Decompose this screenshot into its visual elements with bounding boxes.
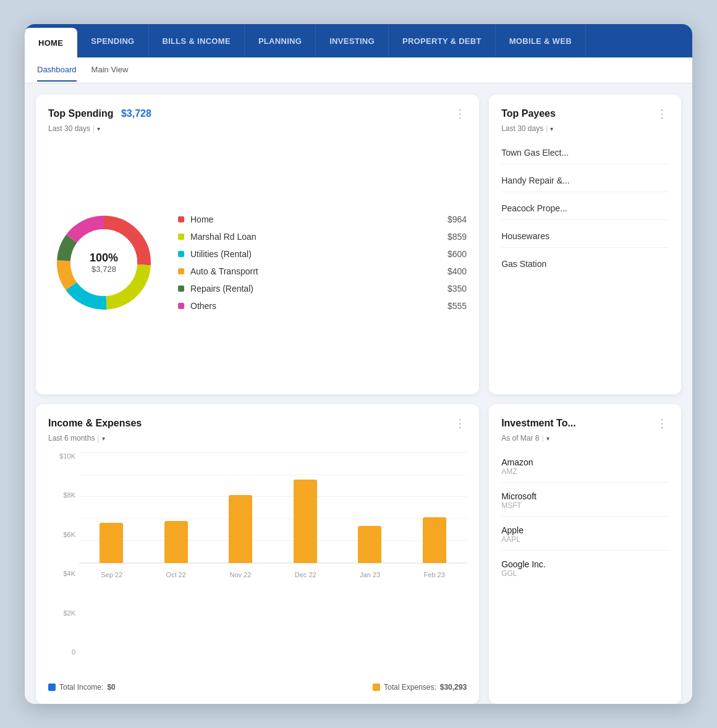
bar-feb23 <box>402 517 467 563</box>
nav-bills-income[interactable]: BILLS & INCOME <box>149 24 245 57</box>
top-spending-header: Top Spending $3,728 ⋮ <box>48 107 467 121</box>
income-subtitle: Last 6 months | ▾ <box>48 434 467 442</box>
bar-dec22 <box>273 480 338 563</box>
investment-list: Amazon AMZ Microsoft MSFT Apple AAPL Goo… <box>501 457 669 584</box>
x-label-dec22: Dec 22 <box>295 571 316 578</box>
x-label-oct22: Oct 22 <box>166 571 186 578</box>
sub-nav: Dashboard Main View <box>25 57 692 83</box>
donut-center: 100% $3,728 <box>90 252 118 274</box>
spending-body: 100% $3,728 Home $964 <box>48 143 467 382</box>
spending-period-dropdown[interactable]: ▾ <box>97 125 100 132</box>
x-label-sep22: Sep 22 <box>101 571 122 578</box>
investment-header: Investment To... ⋮ <box>501 417 669 430</box>
row-2: Income & Expenses ⋮ Last 6 months | ▾ $1… <box>36 404 681 704</box>
investment-google: Google Inc. GGL <box>501 559 669 584</box>
top-spending-card: Top Spending $3,728 ⋮ Last 30 days | ▾ <box>36 95 479 394</box>
donut-chart: 100% $3,728 <box>48 207 159 318</box>
legend-dot-repairs <box>178 286 184 292</box>
payee-item-4: Gas Station <box>501 259 669 275</box>
bar-dec22-bar <box>294 480 317 563</box>
top-payees-menu[interactable]: ⋮ <box>656 107 669 121</box>
donut-amount: $3,728 <box>90 265 118 274</box>
nav-property-debt[interactable]: PROPERTY & DEBT <box>389 24 496 57</box>
legend-item-3: Auto & Transporrt $400 <box>178 266 467 276</box>
nav-mobile-web[interactable]: MOBILE & WEB <box>496 24 586 57</box>
footer-income: Total Income: $0 <box>48 683 116 692</box>
subnav-dashboard[interactable]: Dashboard <box>37 59 77 82</box>
top-payees-card: Top Payees ⋮ Last 30 days | ▾ Town Gas E… <box>489 95 681 394</box>
investment-card: Investment To... ⋮ As of Mar 8 | ▾ Amazo… <box>489 404 681 704</box>
y-labels: $10K $8K $6K $4K $2K 0 <box>48 452 75 656</box>
income-swatch <box>48 684 56 691</box>
legend-dot-home <box>178 216 184 222</box>
investment-subtitle: As of Mar 8 | ▾ <box>501 434 669 442</box>
subnav-mainview[interactable]: Main View <box>91 59 129 82</box>
spending-legend: Home $964 Marshal Rd Loan $859 <box>178 214 467 311</box>
income-expenses-card: Income & Expenses ⋮ Last 6 months | ▾ $1… <box>36 404 479 704</box>
chart-area: $10K $8K $6K $4K $2K 0 <box>48 452 467 674</box>
bar-jan23-bar <box>358 526 381 563</box>
bar-nov22-bar <box>229 495 252 563</box>
expenses-swatch <box>373 684 380 691</box>
bar-jan23 <box>337 526 402 563</box>
legend-item-4: Repairs (Rental) $350 <box>178 284 467 294</box>
top-spending-title: Top Spending <box>48 108 113 119</box>
investment-menu[interactable]: ⋮ <box>656 417 669 430</box>
payees-list: Town Gas Elect... Handy Repair &... Peac… <box>501 148 669 275</box>
investment-period-dropdown[interactable]: ▾ <box>546 435 549 442</box>
payee-item-0: Town Gas Elect... <box>501 148 669 164</box>
investment-amazon: Amazon AMZ <box>501 457 669 483</box>
bar-feb23-bar <box>423 517 446 563</box>
x-label-jan23: Jan 23 <box>360 571 380 578</box>
legend-dot-auto <box>178 268 184 274</box>
payee-item-2: Peacock Prope... <box>501 203 669 220</box>
investment-title: Investment To... <box>501 418 576 429</box>
legend-dot-others <box>178 303 184 309</box>
top-spending-title-group: Top Spending $3,728 <box>48 108 151 119</box>
top-spending-menu[interactable]: ⋮ <box>454 107 467 121</box>
income-title: Income & Expenses <box>48 418 142 429</box>
nav-spending[interactable]: SPENDING <box>77 24 148 57</box>
legend-item-1: Marshal Rd Loan $859 <box>178 232 467 242</box>
income-menu[interactable]: ⋮ <box>454 417 467 430</box>
legend-item-0: Home $964 <box>178 214 467 224</box>
row-1: Top Spending $3,728 ⋮ Last 30 days | ▾ <box>36 95 681 394</box>
bar-oct22-bar <box>164 521 188 563</box>
chart-footer: Total Income: $0 Total Expenses: $30,293 <box>48 683 467 692</box>
legend-dot-utilities <box>178 251 184 257</box>
legend-item-2: Utilities (Rental) $600 <box>178 249 467 259</box>
y-label-4: $2K <box>48 609 75 617</box>
x-label-nov22: Nov 22 <box>229 571 251 578</box>
main-content: Top Spending $3,728 ⋮ Last 30 days | ▾ <box>25 83 692 704</box>
payees-period-dropdown[interactable]: ▾ <box>550 125 553 132</box>
nav-bar: HOME SPENDING BILLS & INCOME PLANNING IN… <box>25 24 692 57</box>
top-payees-header: Top Payees ⋮ <box>501 107 669 121</box>
payee-item-3: Housewares <box>501 231 669 248</box>
bar-sep22 <box>79 523 144 563</box>
bar-oct22 <box>144 521 209 563</box>
bars-area <box>79 452 467 564</box>
income-header: Income & Expenses ⋮ <box>48 417 467 430</box>
nav-planning[interactable]: PLANNING <box>245 24 316 57</box>
y-label-3: $4K <box>48 570 75 577</box>
app-container: HOME SPENDING BILLS & INCOME PLANNING IN… <box>25 24 692 704</box>
investment-microsoft: Microsoft MSFT <box>501 491 669 517</box>
y-label-5: 0 <box>48 648 75 656</box>
top-spending-subtitle: Last 30 days | ▾ <box>48 124 467 133</box>
top-payees-title: Top Payees <box>501 108 556 119</box>
footer-expenses: Total Expenses: $30,293 <box>373 683 467 692</box>
legend-item-5: Others $555 <box>178 301 467 311</box>
x-label-feb23: Feb 23 <box>424 571 445 578</box>
nav-investing[interactable]: INVESTING <box>316 24 389 57</box>
top-payees-subtitle: Last 30 days | ▾ <box>501 124 669 133</box>
x-labels: Sep 22 Oct 22 Nov 22 Dec 22 Jan 23 Feb 2… <box>79 567 467 578</box>
income-period-dropdown[interactable]: ▾ <box>102 435 105 442</box>
nav-home[interactable]: HOME <box>25 28 77 57</box>
y-label-2: $6K <box>48 531 75 538</box>
y-label-0: $10K <box>48 452 75 460</box>
donut-percent: 100% <box>90 252 118 265</box>
y-label-1: $8K <box>48 491 75 499</box>
top-spending-amount: $3,728 <box>121 108 151 119</box>
bar-sep22-bar <box>100 523 123 563</box>
legend-dot-marshalrdloan <box>178 234 184 240</box>
